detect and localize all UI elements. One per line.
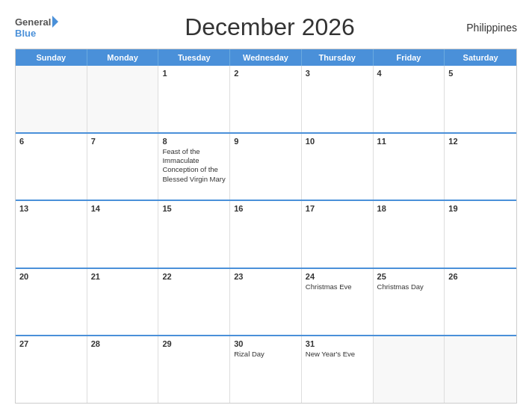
day-18: 18 [377, 204, 441, 213]
day-22: 22 [162, 272, 226, 281]
day-31: 31 [306, 339, 369, 348]
cell-dec-6: 6 [16, 134, 87, 200]
day-5: 5 [448, 69, 513, 78]
logo-blue: Blue [15, 28, 36, 39]
cell-dec-18: 18 [374, 201, 445, 268]
country-label: Philippines [457, 22, 517, 34]
cell-dec-29: 29 [158, 336, 230, 403]
cell-dec-16: 16 [230, 201, 302, 268]
cell-dec-10: 10 [302, 134, 374, 200]
day-19: 19 [448, 204, 513, 213]
cell-w1-sun [16, 66, 87, 132]
event-new-years-eve: New Year's Eve [306, 350, 369, 359]
cell-dec-4: 4 [374, 66, 445, 132]
event-rizal-day: Rizal Day [234, 350, 297, 359]
logo-general: General [15, 16, 51, 28]
day-17: 17 [306, 204, 369, 213]
day-2: 2 [234, 69, 297, 78]
header-thursday: Thursday [302, 49, 374, 66]
header-monday: Monday [87, 49, 159, 66]
event-immaculate-conception: Feast of the Immaculate Conception of th… [162, 147, 226, 184]
week-1: 1 2 3 4 5 [16, 66, 516, 134]
day-10: 10 [306, 137, 369, 146]
day-29: 29 [162, 339, 226, 348]
cell-dec-7: 7 [87, 134, 159, 200]
cell-dec-26: 26 [445, 269, 516, 336]
week-3: 13 14 15 16 17 18 19 [16, 201, 516, 269]
cell-dec-3: 3 [302, 66, 374, 132]
cell-w5-fri [374, 336, 445, 403]
day-7: 7 [91, 137, 155, 146]
cell-dec-23: 23 [230, 269, 302, 336]
cell-dec-9: 9 [230, 134, 302, 200]
week-5: 27 28 29 30 Rizal Day 31 New Year's Eve [16, 336, 516, 403]
week-2: 6 7 8 Feast of the Immaculate Conception… [16, 134, 516, 202]
day-25: 25 [377, 272, 441, 281]
cell-dec-19: 19 [445, 201, 516, 268]
cell-w1-mon [87, 66, 159, 132]
cell-dec-25: 25 Christmas Day [374, 269, 445, 336]
day-9: 9 [234, 137, 297, 146]
cell-dec-17: 17 [302, 201, 374, 268]
event-christmas-eve: Christmas Eve [306, 282, 369, 291]
cell-dec-14: 14 [87, 201, 159, 268]
calendar: Sunday Monday Tuesday Wednesday Thursday… [15, 49, 517, 404]
event-christmas-day: Christmas Day [377, 282, 441, 291]
cell-dec-31: 31 New Year's Eve [302, 336, 374, 403]
day-11: 11 [377, 137, 441, 146]
day-16: 16 [234, 204, 297, 213]
calendar-body: 1 2 3 4 5 6 [16, 66, 516, 403]
cell-dec-21: 21 [87, 269, 159, 336]
day-14: 14 [91, 204, 155, 213]
cell-dec-8: 8 Feast of the Immaculate Conception of … [158, 134, 230, 200]
cell-dec-5: 5 [445, 66, 516, 132]
day-1: 1 [162, 69, 226, 78]
cell-dec-2: 2 [230, 66, 302, 132]
cell-w5-sat [445, 336, 516, 403]
cell-dec-24: 24 Christmas Eve [302, 269, 374, 336]
cell-dec-28: 28 [87, 336, 159, 403]
logo-triangle-icon [52, 16, 58, 28]
calendar-header: Sunday Monday Tuesday Wednesday Thursday… [16, 49, 516, 66]
day-21: 21 [91, 272, 155, 281]
cell-dec-15: 15 [158, 201, 230, 268]
day-24: 24 [306, 272, 369, 281]
header: General Blue December 2026 Philippines [15, 13, 517, 41]
header-wednesday: Wednesday [230, 49, 302, 66]
logo: General Blue [15, 16, 82, 39]
cell-dec-11: 11 [374, 134, 445, 200]
day-4: 4 [377, 69, 441, 78]
cell-dec-22: 22 [158, 269, 230, 336]
cell-dec-1: 1 [158, 66, 230, 132]
day-13: 13 [19, 204, 83, 213]
day-8: 8 [162, 137, 226, 146]
header-saturday: Saturday [445, 49, 516, 66]
day-12: 12 [448, 137, 513, 146]
header-sunday: Sunday [16, 49, 87, 66]
day-30: 30 [234, 339, 297, 348]
day-26: 26 [448, 272, 513, 281]
day-23: 23 [234, 272, 297, 281]
cell-dec-30: 30 Rizal Day [230, 336, 302, 403]
cell-dec-27: 27 [16, 336, 87, 403]
cell-dec-13: 13 [16, 201, 87, 268]
day-28: 28 [91, 339, 155, 348]
page: General Blue December 2026 Philippines S… [0, 0, 532, 411]
cell-dec-12: 12 [445, 134, 516, 200]
header-friday: Friday [374, 49, 445, 66]
day-3: 3 [306, 69, 369, 78]
calendar-title: December 2026 [82, 13, 457, 41]
header-tuesday: Tuesday [158, 49, 230, 66]
week-4: 20 21 22 23 24 Christmas Eve 25 Christma [16, 269, 516, 337]
day-15: 15 [162, 204, 226, 213]
day-27: 27 [19, 339, 83, 348]
day-20: 20 [19, 272, 83, 281]
cell-dec-20: 20 [16, 269, 87, 336]
day-6: 6 [19, 137, 83, 146]
